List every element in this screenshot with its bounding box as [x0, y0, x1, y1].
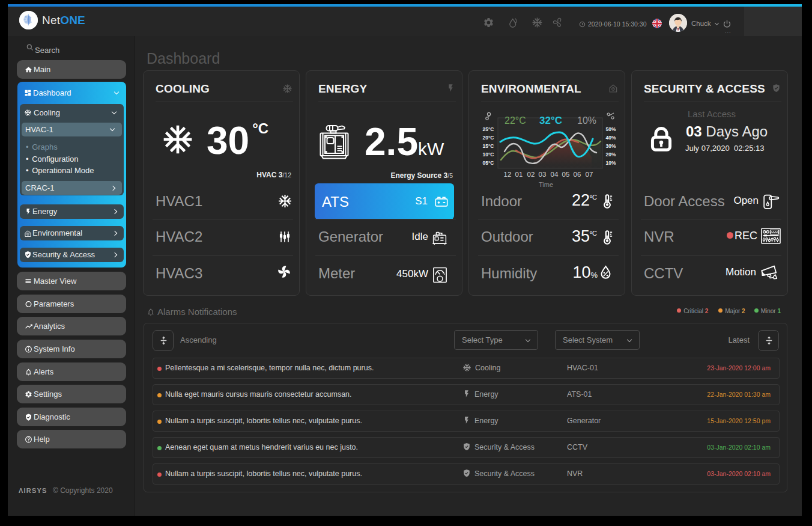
svg-text:10%: 10%: [605, 160, 616, 166]
svg-text:25°C: 25°C: [483, 126, 494, 132]
svg-text:32°C: 32°C: [539, 115, 562, 126]
svg-text:03: 03: [539, 171, 547, 178]
svg-text:04: 04: [551, 171, 559, 178]
svg-text:12: 12: [504, 171, 512, 178]
svg-text:50%: 50%: [605, 126, 616, 132]
svg-text:22°C: 22°C: [504, 115, 526, 126]
svg-text:40%: 40%: [605, 135, 616, 141]
svg-text:07: 07: [586, 171, 593, 178]
svg-text:01: 01: [515, 171, 523, 178]
svg-text:10%: 10%: [577, 115, 596, 126]
svg-text:02: 02: [527, 171, 535, 178]
svg-text:15°C: 15°C: [483, 143, 494, 149]
svg-text:20°C: 20°C: [483, 135, 494, 141]
svg-text:20%: 20%: [605, 151, 616, 157]
svg-text:05: 05: [562, 171, 570, 178]
svg-text:06: 06: [574, 171, 581, 178]
svg-text:30%: 30%: [605, 143, 616, 149]
svg-text:05°C: 05°C: [483, 160, 494, 166]
svg-text:10°C: 10°C: [483, 151, 494, 157]
